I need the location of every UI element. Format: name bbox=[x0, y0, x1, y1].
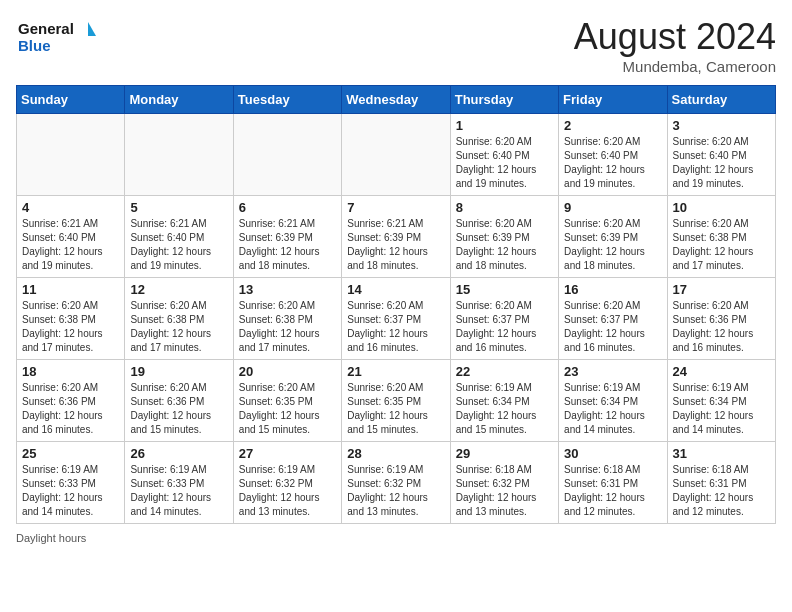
day-info: Sunrise: 6:20 AM Sunset: 6:36 PM Dayligh… bbox=[130, 381, 227, 437]
day-info: Sunrise: 6:20 AM Sunset: 6:40 PM Dayligh… bbox=[564, 135, 661, 191]
svg-text:General: General bbox=[18, 20, 74, 37]
day-info: Sunrise: 6:19 AM Sunset: 6:32 PM Dayligh… bbox=[239, 463, 336, 519]
calendar-cell: 2Sunrise: 6:20 AM Sunset: 6:40 PM Daylig… bbox=[559, 114, 667, 196]
day-number: 11 bbox=[22, 282, 119, 297]
day-number: 20 bbox=[239, 364, 336, 379]
calendar-cell bbox=[17, 114, 125, 196]
day-info: Sunrise: 6:20 AM Sunset: 6:38 PM Dayligh… bbox=[673, 217, 770, 273]
calendar-cell: 31Sunrise: 6:18 AM Sunset: 6:31 PM Dayli… bbox=[667, 442, 775, 524]
weekday-header-thursday: Thursday bbox=[450, 86, 558, 114]
day-info: Sunrise: 6:20 AM Sunset: 6:39 PM Dayligh… bbox=[456, 217, 553, 273]
calendar-cell: 8Sunrise: 6:20 AM Sunset: 6:39 PM Daylig… bbox=[450, 196, 558, 278]
day-info: Sunrise: 6:19 AM Sunset: 6:34 PM Dayligh… bbox=[564, 381, 661, 437]
calendar-cell: 16Sunrise: 6:20 AM Sunset: 6:37 PM Dayli… bbox=[559, 278, 667, 360]
day-info: Sunrise: 6:20 AM Sunset: 6:39 PM Dayligh… bbox=[564, 217, 661, 273]
day-number: 6 bbox=[239, 200, 336, 215]
day-number: 31 bbox=[673, 446, 770, 461]
calendar-week-3: 11Sunrise: 6:20 AM Sunset: 6:38 PM Dayli… bbox=[17, 278, 776, 360]
calendar-cell bbox=[342, 114, 450, 196]
calendar-cell: 3Sunrise: 6:20 AM Sunset: 6:40 PM Daylig… bbox=[667, 114, 775, 196]
day-info: Sunrise: 6:18 AM Sunset: 6:31 PM Dayligh… bbox=[673, 463, 770, 519]
day-number: 26 bbox=[130, 446, 227, 461]
calendar-cell: 18Sunrise: 6:20 AM Sunset: 6:36 PM Dayli… bbox=[17, 360, 125, 442]
calendar-cell: 4Sunrise: 6:21 AM Sunset: 6:40 PM Daylig… bbox=[17, 196, 125, 278]
svg-marker-2 bbox=[88, 22, 96, 36]
day-info: Sunrise: 6:19 AM Sunset: 6:33 PM Dayligh… bbox=[130, 463, 227, 519]
day-number: 21 bbox=[347, 364, 444, 379]
page-header: General Blue August 2024 Mundemba, Camer… bbox=[16, 16, 776, 75]
calendar-cell: 12Sunrise: 6:20 AM Sunset: 6:38 PM Dayli… bbox=[125, 278, 233, 360]
calendar-week-4: 18Sunrise: 6:20 AM Sunset: 6:36 PM Dayli… bbox=[17, 360, 776, 442]
day-number: 7 bbox=[347, 200, 444, 215]
day-info: Sunrise: 6:18 AM Sunset: 6:31 PM Dayligh… bbox=[564, 463, 661, 519]
day-info: Sunrise: 6:19 AM Sunset: 6:33 PM Dayligh… bbox=[22, 463, 119, 519]
calendar-cell: 26Sunrise: 6:19 AM Sunset: 6:33 PM Dayli… bbox=[125, 442, 233, 524]
day-number: 12 bbox=[130, 282, 227, 297]
day-number: 17 bbox=[673, 282, 770, 297]
day-number: 8 bbox=[456, 200, 553, 215]
calendar-cell: 10Sunrise: 6:20 AM Sunset: 6:38 PM Dayli… bbox=[667, 196, 775, 278]
day-number: 5 bbox=[130, 200, 227, 215]
calendar-cell: 27Sunrise: 6:19 AM Sunset: 6:32 PM Dayli… bbox=[233, 442, 341, 524]
day-number: 25 bbox=[22, 446, 119, 461]
footer-note: Daylight hours bbox=[16, 532, 776, 544]
weekday-header-friday: Friday bbox=[559, 86, 667, 114]
day-number: 16 bbox=[564, 282, 661, 297]
calendar-cell: 30Sunrise: 6:18 AM Sunset: 6:31 PM Dayli… bbox=[559, 442, 667, 524]
day-info: Sunrise: 6:20 AM Sunset: 6:38 PM Dayligh… bbox=[130, 299, 227, 355]
month-year: August 2024 bbox=[574, 16, 776, 58]
calendar-cell: 9Sunrise: 6:20 AM Sunset: 6:39 PM Daylig… bbox=[559, 196, 667, 278]
day-info: Sunrise: 6:20 AM Sunset: 6:36 PM Dayligh… bbox=[22, 381, 119, 437]
calendar-cell: 13Sunrise: 6:20 AM Sunset: 6:38 PM Dayli… bbox=[233, 278, 341, 360]
day-number: 1 bbox=[456, 118, 553, 133]
calendar-cell: 24Sunrise: 6:19 AM Sunset: 6:34 PM Dayli… bbox=[667, 360, 775, 442]
day-info: Sunrise: 6:21 AM Sunset: 6:40 PM Dayligh… bbox=[130, 217, 227, 273]
day-number: 9 bbox=[564, 200, 661, 215]
logo-svg: General Blue bbox=[16, 16, 96, 58]
calendar-cell bbox=[233, 114, 341, 196]
weekday-header-saturday: Saturday bbox=[667, 86, 775, 114]
day-number: 30 bbox=[564, 446, 661, 461]
calendar-cell: 6Sunrise: 6:21 AM Sunset: 6:39 PM Daylig… bbox=[233, 196, 341, 278]
day-number: 28 bbox=[347, 446, 444, 461]
day-info: Sunrise: 6:20 AM Sunset: 6:38 PM Dayligh… bbox=[22, 299, 119, 355]
day-info: Sunrise: 6:21 AM Sunset: 6:39 PM Dayligh… bbox=[347, 217, 444, 273]
day-number: 23 bbox=[564, 364, 661, 379]
calendar-week-5: 25Sunrise: 6:19 AM Sunset: 6:33 PM Dayli… bbox=[17, 442, 776, 524]
daylight-hours-label: Daylight hours bbox=[16, 532, 86, 544]
day-number: 10 bbox=[673, 200, 770, 215]
weekday-header-monday: Monday bbox=[125, 86, 233, 114]
day-number: 3 bbox=[673, 118, 770, 133]
calendar-cell: 20Sunrise: 6:20 AM Sunset: 6:35 PM Dayli… bbox=[233, 360, 341, 442]
day-info: Sunrise: 6:19 AM Sunset: 6:34 PM Dayligh… bbox=[673, 381, 770, 437]
calendar-cell: 25Sunrise: 6:19 AM Sunset: 6:33 PM Dayli… bbox=[17, 442, 125, 524]
calendar-cell: 15Sunrise: 6:20 AM Sunset: 6:37 PM Dayli… bbox=[450, 278, 558, 360]
calendar-cell: 29Sunrise: 6:18 AM Sunset: 6:32 PM Dayli… bbox=[450, 442, 558, 524]
day-info: Sunrise: 6:20 AM Sunset: 6:37 PM Dayligh… bbox=[456, 299, 553, 355]
weekday-header-wednesday: Wednesday bbox=[342, 86, 450, 114]
day-number: 4 bbox=[22, 200, 119, 215]
weekday-header-tuesday: Tuesday bbox=[233, 86, 341, 114]
day-number: 15 bbox=[456, 282, 553, 297]
day-info: Sunrise: 6:20 AM Sunset: 6:37 PM Dayligh… bbox=[564, 299, 661, 355]
day-info: Sunrise: 6:21 AM Sunset: 6:40 PM Dayligh… bbox=[22, 217, 119, 273]
calendar-cell: 17Sunrise: 6:20 AM Sunset: 6:36 PM Dayli… bbox=[667, 278, 775, 360]
calendar-cell: 5Sunrise: 6:21 AM Sunset: 6:40 PM Daylig… bbox=[125, 196, 233, 278]
day-info: Sunrise: 6:19 AM Sunset: 6:32 PM Dayligh… bbox=[347, 463, 444, 519]
svg-text:Blue: Blue bbox=[18, 37, 51, 54]
calendar-cell: 22Sunrise: 6:19 AM Sunset: 6:34 PM Dayli… bbox=[450, 360, 558, 442]
calendar-cell: 23Sunrise: 6:19 AM Sunset: 6:34 PM Dayli… bbox=[559, 360, 667, 442]
day-number: 19 bbox=[130, 364, 227, 379]
location: Mundemba, Cameroon bbox=[574, 58, 776, 75]
day-info: Sunrise: 6:19 AM Sunset: 6:34 PM Dayligh… bbox=[456, 381, 553, 437]
day-info: Sunrise: 6:20 AM Sunset: 6:36 PM Dayligh… bbox=[673, 299, 770, 355]
day-number: 24 bbox=[673, 364, 770, 379]
day-info: Sunrise: 6:21 AM Sunset: 6:39 PM Dayligh… bbox=[239, 217, 336, 273]
day-info: Sunrise: 6:20 AM Sunset: 6:40 PM Dayligh… bbox=[673, 135, 770, 191]
day-info: Sunrise: 6:20 AM Sunset: 6:40 PM Dayligh… bbox=[456, 135, 553, 191]
title-block: August 2024 Mundemba, Cameroon bbox=[574, 16, 776, 75]
weekday-header-sunday: Sunday bbox=[17, 86, 125, 114]
day-number: 13 bbox=[239, 282, 336, 297]
day-number: 14 bbox=[347, 282, 444, 297]
weekday-header-row: SundayMondayTuesdayWednesdayThursdayFrid… bbox=[17, 86, 776, 114]
